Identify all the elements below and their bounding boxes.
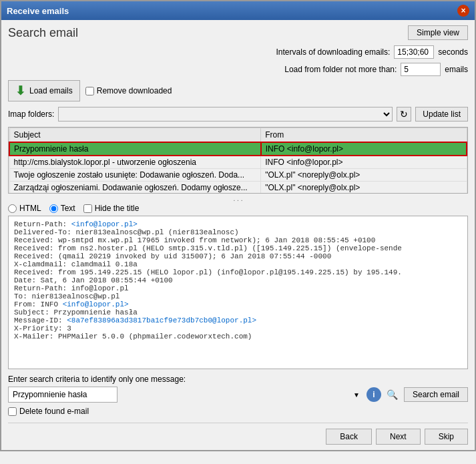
toolbar-row: ⬇ Load emails Remove downloaded	[8, 80, 468, 101]
from-cell: INFO <info@lopor.pl>	[261, 156, 467, 169]
from-column-header: From	[261, 128, 467, 143]
hide-title-checkbox[interactable]	[83, 204, 92, 213]
load-emails-button[interactable]: ⬇ Load emails	[8, 80, 80, 101]
skip-button[interactable]: Skip	[425, 429, 468, 445]
remove-downloaded-label[interactable]: Remove downloaded	[85, 86, 172, 95]
divider: . . .	[8, 195, 468, 202]
from-cell: INFO <info@lopor.pl>	[261, 142, 467, 156]
remove-downloaded-checkbox[interactable]	[85, 87, 94, 95]
search-criteria-label: Enter search criteria to identify only o…	[8, 375, 468, 384]
search-icon[interactable]: 🔍	[385, 387, 400, 402]
imap-folders-select[interactable]	[58, 107, 393, 122]
html-radio[interactable]	[8, 204, 17, 213]
imap-label: Imap folders:	[8, 109, 54, 119]
hide-title-label[interactable]: Hide the title	[83, 204, 140, 213]
table-row[interactable]: Twoje ogłoszenie zostało usunięte: Dodaw…	[9, 169, 467, 182]
preview-line: Received: wp-smtpd mx.wp.pl 17965 invoke…	[14, 236, 462, 244]
header-row: Search email Simple view	[8, 25, 468, 40]
intervals-input[interactable]	[394, 45, 434, 59]
seconds-label: seconds	[438, 47, 468, 57]
preview-line: X-clamdmail: clamdmail 0.18a	[14, 260, 462, 268]
subject-column-header: Subject	[9, 128, 261, 143]
dialog-title: Receive emails	[7, 6, 69, 16]
text-label: Text	[61, 204, 75, 213]
refresh-button[interactable]: ↻	[397, 107, 411, 122]
preview-line: To: nier813ealnosc@wp.pl	[14, 292, 462, 300]
delete-found-checkbox[interactable]	[8, 407, 17, 416]
dropdown-arrow-icon: ▼	[353, 391, 360, 399]
title-bar: Receive emails ×	[1, 1, 475, 20]
search-email-button[interactable]: Search email	[404, 387, 468, 402]
criteria-select-wrapper: ▼	[8, 387, 363, 403]
preview-options: HTML Text Hide the title	[8, 204, 468, 213]
table-row[interactable]: Przypomnienie hasłaINFO <info@lopor.pl>	[9, 142, 467, 156]
subject-cell: http://cms.bialystok.lopor.pl - utworzen…	[9, 156, 261, 169]
table-header-row: Subject From	[9, 128, 467, 143]
settings-row: Intervals of downloading emails: seconds	[8, 45, 468, 59]
load-folder-input[interactable]	[401, 63, 441, 76]
email-table-body: Przypomnienie hasłaINFO <info@lopor.pl>h…	[9, 142, 467, 193]
preview-line: Message-ID: <8a7ef83896a3d3817ba1cf9e73d…	[14, 316, 462, 324]
intervals-label: Intervals of downloading emails:	[276, 47, 391, 57]
back-button[interactable]: Back	[326, 429, 372, 445]
from-cell: "OLX.pl" <noreply@olx.pl>	[261, 169, 467, 182]
preview-line: Subject: Przypomnienie hasła	[14, 308, 462, 316]
preview-line: Date: Sat, 6 Jan 2018 08:55:44 +0100	[14, 276, 462, 284]
preview-line: X-Priority: 3	[14, 324, 462, 332]
load-folder-label: Load from folder not more than:	[284, 65, 397, 74]
preview-line: Delivered-To: nier813ealnosc@wp.pl (nier…	[14, 228, 462, 236]
preview-link: <info@lopor.pl>	[71, 220, 138, 228]
email-table: Subject From Przypomnienie hasłaINFO <in…	[9, 128, 467, 193]
preview-line: From: INFO <info@lopor.pl>	[14, 300, 462, 308]
preview-line: Received: from 195.149.225.15 (HELO lopo…	[14, 268, 462, 276]
email-table-scroll[interactable]: Subject From Przypomnienie hasłaINFO <in…	[9, 128, 467, 193]
simple-view-button[interactable]: Simple view	[408, 25, 468, 40]
info-button[interactable]: i	[367, 387, 381, 402]
html-label: HTML	[19, 204, 41, 213]
bottom-buttons: Back Next Skip	[8, 423, 468, 445]
emails-label: emails	[445, 65, 468, 74]
load-emails-label: Load emails	[29, 86, 73, 95]
email-table-wrapper: Subject From Przypomnienie hasłaINFO <in…	[8, 127, 468, 194]
html-radio-label[interactable]: HTML	[8, 204, 41, 213]
search-email-heading: Search email	[8, 26, 78, 40]
close-button[interactable]: ×	[457, 5, 469, 17]
update-list-button[interactable]: Update list	[415, 107, 468, 122]
text-radio[interactable]	[49, 204, 58, 213]
table-row[interactable]: Zarządząi ogłoszeniami. Dodawanie ogłosz…	[9, 182, 467, 194]
subject-cell: Zarządząi ogłoszeniami. Dodawanie ogłosz…	[9, 182, 261, 194]
delete-found-label: Delete found e-mail	[19, 407, 89, 416]
download-arrow-icon: ⬇	[15, 83, 25, 98]
preview-line: Return-Path: <info@lopor.pl>	[14, 220, 462, 228]
preview-line: Received: from ns2.hoster.pl (HELO smtp.…	[14, 244, 462, 252]
from-cell: "OLX.pl" <noreply@olx.pl>	[261, 182, 467, 194]
delete-row: Delete found e-mail	[8, 407, 468, 416]
preview-link: <8a7ef83896a3d3817ba1cf9e73db7cb0@lopor.…	[67, 316, 256, 324]
next-button[interactable]: Next	[376, 429, 421, 445]
criteria-input[interactable]	[8, 387, 117, 403]
preview-link: <info@lopor.pl>	[63, 300, 129, 308]
dialog-content: Search email Simple view Intervals of do…	[1, 20, 475, 450]
subject-cell: Twoje ogłoszenie zostało usunięte: Dodaw…	[9, 169, 261, 182]
preview-line: Received: (qmail 20219 invoked by uid 31…	[14, 252, 462, 260]
imap-row: Imap folders: ↻ Update list	[8, 107, 468, 122]
search-input-row: ▼ i 🔍 Search email	[8, 387, 468, 403]
preview-line: X-Mailer: PHPMailer 5.0.0 (phpmailer.cod…	[14, 332, 462, 340]
subject-cell: Przypomnienie hasła	[9, 142, 261, 156]
load-folder-row: Load from folder not more than: emails	[8, 63, 468, 76]
text-radio-label[interactable]: Text	[49, 204, 75, 213]
preview-area: Return-Path: <info@lopor.pl>Delivered-To…	[8, 216, 468, 369]
receive-emails-dialog: Receive emails × Search email Simple vie…	[0, 0, 476, 451]
preview-line: Return-Path: info@lopor.pl	[14, 284, 462, 292]
table-row[interactable]: http://cms.bialystok.lopor.pl - utworzen…	[9, 156, 467, 169]
